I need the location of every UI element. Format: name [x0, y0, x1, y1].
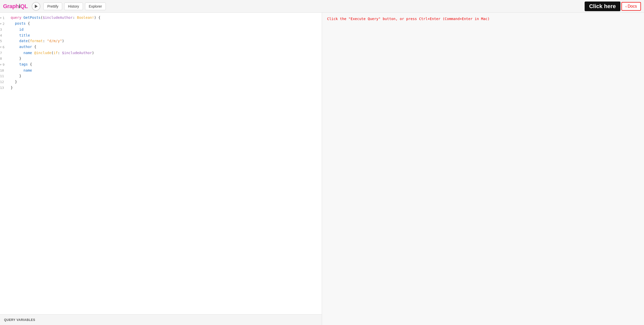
line-number: ▼2 [0, 21, 10, 27]
svg-marker-0 [35, 5, 38, 8]
docs-button[interactable]: ‹ Docs [621, 2, 641, 11]
line-number: ▼6 [0, 45, 10, 50]
line-content: } [10, 79, 17, 85]
editor-pane[interactable]: ▼1query GetPosts($includeAuthor: Boolean… [0, 13, 322, 325]
line-number: ▼1 [0, 15, 10, 21]
line-number: 3 [0, 27, 10, 32]
code-line: 7 name @include(if: $includeAuthor) [0, 50, 322, 56]
code-line: 5 date(format: "d/m/y") [0, 38, 322, 44]
code-line: 11 } [0, 73, 322, 79]
line-number: 13 [0, 85, 10, 91]
query-variables-bar[interactable]: QUERY VARIABLES [0, 314, 322, 325]
docs-label: Docs [628, 4, 637, 9]
chevron-left-icon: ‹ [625, 4, 627, 8]
app-logo: GraphiQL [3, 3, 28, 10]
line-content: tags { [10, 61, 32, 67]
line-content: id [10, 27, 24, 32]
code-line: ▼2 posts { [0, 21, 322, 26]
click-here-badge[interactable]: Click here [585, 2, 620, 11]
code-line: 13} [0, 85, 322, 91]
code-line: ▼6 author { [0, 44, 322, 50]
code-line: ▼9 tags { [0, 61, 322, 67]
result-hint: Click the "Execute Query" button, or pre… [327, 17, 639, 21]
line-content: } [10, 85, 13, 90]
result-pane: Click the "Execute Query" button, or pre… [322, 13, 644, 325]
execute-query-button[interactable] [32, 2, 40, 11]
code-line: ▼1query GetPosts($includeAuthor: Boolean… [0, 15, 322, 21]
line-number: 11 [0, 74, 10, 79]
line-content: } [10, 56, 21, 61]
explorer-button[interactable]: Explorer [85, 3, 106, 10]
line-content: name @include(if: $includeAuthor) [10, 50, 94, 56]
line-content: author { [10, 44, 36, 50]
line-content: } [10, 73, 21, 79]
line-content: title [10, 32, 30, 38]
line-number: 7 [0, 51, 10, 56]
prettify-button[interactable]: Prettify [43, 3, 62, 10]
line-number: 5 [0, 39, 10, 44]
code-line: 10 name [0, 68, 322, 73]
code-line: 4 title [0, 32, 322, 38]
line-content: name [10, 68, 32, 73]
editor-area[interactable]: ▼1query GetPosts($includeAuthor: Boolean… [0, 13, 322, 314]
query-variables-label: QUERY VARIABLES [4, 318, 35, 322]
line-number: 12 [0, 79, 10, 85]
line-content: date(format: "d/m/y") [10, 38, 64, 44]
code-line: 3 id [0, 27, 322, 32]
main-area: ▼1query GetPosts($includeAuthor: Boolean… [0, 13, 644, 325]
code-line: 12 } [0, 79, 322, 85]
header: GraphiQL Prettify History Explorer Click… [0, 0, 644, 13]
line-content: posts { [10, 21, 30, 26]
history-button[interactable]: History [64, 3, 83, 10]
line-number: 10 [0, 68, 10, 73]
line-content: query GetPosts($includeAuthor: Boolean!)… [10, 15, 100, 20]
line-number: ▼9 [0, 62, 10, 68]
code-line: 8 } [0, 56, 322, 61]
line-number: 8 [0, 56, 10, 61]
line-number: 4 [0, 33, 10, 38]
